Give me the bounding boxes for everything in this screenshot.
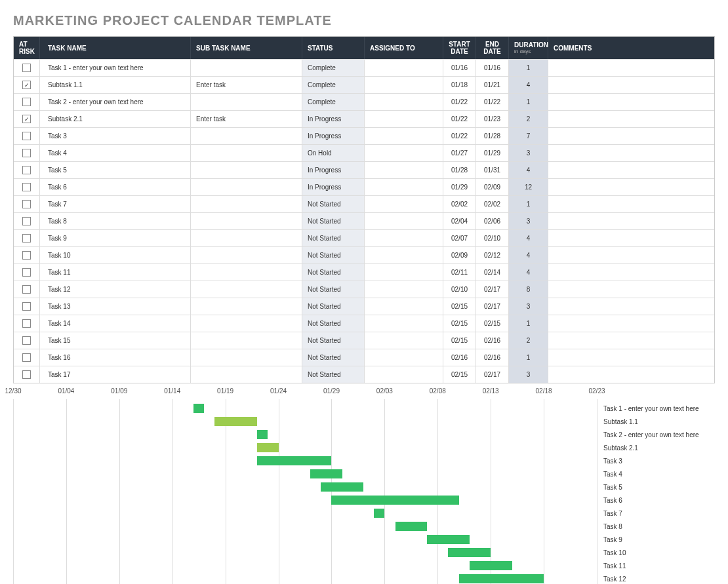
task-name-cell[interactable]: Task 17 bbox=[40, 366, 191, 383]
task-name-cell[interactable]: Task 12 bbox=[40, 281, 191, 298]
start-date-cell[interactable]: 01/22 bbox=[443, 94, 476, 110]
assigned-cell[interactable] bbox=[365, 281, 443, 298]
assigned-cell[interactable] bbox=[365, 77, 443, 93]
end-date-cell[interactable]: 01/31 bbox=[476, 162, 509, 178]
status-cell[interactable]: Not Started bbox=[302, 213, 365, 229]
risk-checkbox[interactable]: ✓ bbox=[22, 81, 31, 89]
risk-checkbox[interactable] bbox=[22, 336, 31, 345]
end-date-cell[interactable]: 02/09 bbox=[476, 179, 509, 195]
sub-task-cell[interactable] bbox=[191, 366, 302, 383]
gantt-bar[interactable] bbox=[310, 469, 342, 478]
comments-cell[interactable] bbox=[548, 349, 714, 366]
comments-cell[interactable] bbox=[548, 128, 714, 144]
status-cell[interactable]: Not Started bbox=[302, 196, 365, 212]
gantt-bar[interactable] bbox=[395, 522, 428, 531]
comments-cell[interactable] bbox=[548, 247, 714, 263]
comments-cell[interactable] bbox=[548, 196, 714, 212]
sub-task-cell[interactable] bbox=[191, 247, 302, 263]
sub-task-cell[interactable] bbox=[191, 94, 302, 110]
comments-cell[interactable] bbox=[548, 213, 714, 229]
sub-task-cell[interactable] bbox=[191, 264, 302, 281]
end-date-cell[interactable]: 02/06 bbox=[476, 213, 509, 229]
start-date-cell[interactable]: 02/15 bbox=[443, 298, 476, 315]
assigned-cell[interactable] bbox=[365, 366, 443, 383]
status-cell[interactable]: Not Started bbox=[302, 264, 365, 281]
assigned-cell[interactable] bbox=[365, 179, 443, 195]
risk-checkbox[interactable] bbox=[22, 217, 31, 225]
assigned-cell[interactable] bbox=[365, 213, 443, 229]
status-cell[interactable]: On Hold bbox=[302, 145, 365, 161]
status-cell[interactable]: Not Started bbox=[302, 349, 365, 366]
risk-checkbox[interactable] bbox=[22, 132, 31, 140]
end-date-cell[interactable]: 02/02 bbox=[476, 196, 509, 212]
status-cell[interactable]: In Progress bbox=[302, 179, 365, 195]
end-date-cell[interactable]: 01/28 bbox=[476, 128, 509, 144]
gantt-bar[interactable] bbox=[427, 535, 470, 544]
comments-cell[interactable] bbox=[548, 111, 714, 127]
task-name-cell[interactable]: Task 13 bbox=[40, 298, 191, 315]
comments-cell[interactable] bbox=[548, 94, 714, 110]
assigned-cell[interactable] bbox=[365, 315, 443, 332]
end-date-cell[interactable]: 02/16 bbox=[476, 349, 509, 366]
comments-cell[interactable] bbox=[548, 162, 714, 178]
task-name-cell[interactable]: Task 9 bbox=[40, 230, 191, 246]
end-date-cell[interactable]: 02/17 bbox=[476, 298, 509, 315]
risk-checkbox[interactable]: ✓ bbox=[22, 115, 31, 123]
sub-task-cell[interactable] bbox=[191, 179, 302, 195]
start-date-cell[interactable]: 01/22 bbox=[443, 111, 476, 127]
end-date-cell[interactable]: 02/10 bbox=[476, 230, 509, 246]
task-name-cell[interactable]: Task 5 bbox=[40, 162, 191, 178]
sub-task-cell[interactable] bbox=[191, 281, 302, 298]
comments-cell[interactable] bbox=[548, 77, 714, 93]
status-cell[interactable]: Complete bbox=[302, 94, 365, 110]
risk-checkbox[interactable] bbox=[22, 353, 31, 362]
task-name-cell[interactable]: Task 15 bbox=[40, 332, 191, 349]
sub-task-cell[interactable]: Enter task bbox=[191, 111, 302, 127]
status-cell[interactable]: Not Started bbox=[302, 298, 365, 315]
task-name-cell[interactable]: Task 1 - enter your own text here bbox=[40, 60, 191, 76]
gantt-bar[interactable] bbox=[470, 561, 512, 570]
start-date-cell[interactable]: 01/22 bbox=[443, 128, 476, 144]
status-cell[interactable]: Not Started bbox=[302, 247, 365, 263]
sub-task-cell[interactable] bbox=[191, 145, 302, 161]
status-cell[interactable]: Not Started bbox=[302, 315, 365, 332]
comments-cell[interactable] bbox=[548, 298, 714, 315]
task-name-cell[interactable]: Task 14 bbox=[40, 315, 191, 332]
risk-checkbox[interactable] bbox=[22, 64, 31, 72]
assigned-cell[interactable] bbox=[365, 111, 443, 127]
assigned-cell[interactable] bbox=[365, 196, 443, 212]
start-date-cell[interactable]: 02/15 bbox=[443, 315, 476, 332]
status-cell[interactable]: Not Started bbox=[302, 281, 365, 298]
risk-checkbox[interactable] bbox=[22, 183, 31, 191]
start-date-cell[interactable]: 01/29 bbox=[443, 179, 476, 195]
comments-cell[interactable] bbox=[548, 60, 714, 76]
comments-cell[interactable] bbox=[548, 264, 714, 281]
start-date-cell[interactable]: 01/27 bbox=[443, 145, 476, 161]
status-cell[interactable]: Complete bbox=[302, 77, 365, 93]
task-name-cell[interactable]: Task 6 bbox=[40, 179, 191, 195]
gantt-bar[interactable] bbox=[214, 417, 257, 426]
task-name-cell[interactable]: Task 4 bbox=[40, 145, 191, 161]
assigned-cell[interactable] bbox=[365, 298, 443, 315]
gantt-bar[interactable] bbox=[448, 548, 491, 557]
task-name-cell[interactable]: Task 3 bbox=[40, 128, 191, 144]
gantt-bar[interactable] bbox=[331, 496, 458, 505]
risk-checkbox[interactable] bbox=[22, 234, 31, 243]
assigned-cell[interactable] bbox=[365, 145, 443, 161]
risk-checkbox[interactable] bbox=[22, 319, 31, 328]
assigned-cell[interactable] bbox=[365, 128, 443, 144]
assigned-cell[interactable] bbox=[365, 349, 443, 366]
assigned-cell[interactable] bbox=[365, 247, 443, 263]
start-date-cell[interactable]: 02/10 bbox=[443, 281, 476, 298]
start-date-cell[interactable]: 02/11 bbox=[443, 264, 476, 281]
task-name-cell[interactable]: Task 7 bbox=[40, 196, 191, 212]
start-date-cell[interactable]: 02/15 bbox=[443, 366, 476, 383]
sub-task-cell[interactable] bbox=[191, 230, 302, 246]
status-cell[interactable]: Not Started bbox=[302, 230, 365, 246]
status-cell[interactable]: In Progress bbox=[302, 128, 365, 144]
start-date-cell[interactable]: 02/07 bbox=[443, 230, 476, 246]
end-date-cell[interactable]: 01/16 bbox=[476, 60, 509, 76]
task-name-cell[interactable]: Task 16 bbox=[40, 349, 191, 366]
start-date-cell[interactable]: 02/02 bbox=[443, 196, 476, 212]
start-date-cell[interactable]: 02/09 bbox=[443, 247, 476, 263]
